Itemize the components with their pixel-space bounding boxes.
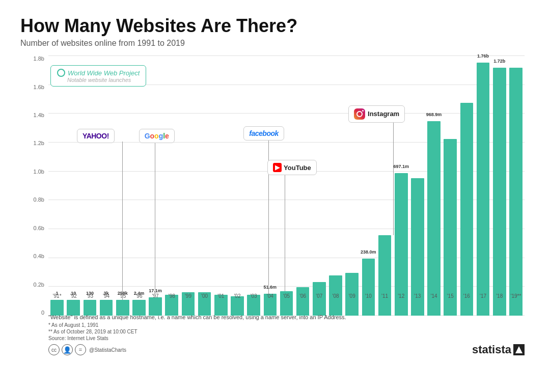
bar-group: 697.1m [394,56,409,316]
bar-value-label: 1.76b [477,53,489,59]
bar-group: 2.4m [131,56,147,316]
x-axis-label: '02 [230,293,245,299]
bar-group [328,56,343,316]
bar [460,103,474,316]
bar-group [246,56,261,316]
bars-container: 1101303k258k2.4m17.1m51.6m238.0m697.1m96… [48,56,525,316]
footer-definition: "Website" is defined as a unique hostnam… [48,314,525,320]
x-axis-label: '93 [82,293,97,299]
chart-title: How Many Websites Are There? [20,15,530,37]
footer-notes: * As of August 1, 1991 ** As of October … [48,322,138,341]
bar-group: 10 [66,56,81,316]
y-axis-label: 1.4b [34,113,44,118]
x-axis-label: '00 [197,293,212,299]
x-axis-label: '19** [508,293,524,299]
statista-brand: statista [472,343,525,356]
x-axis-label: '12 [394,293,409,299]
chart-subtitle: Number of websites online from 1991 to 2… [20,39,530,48]
y-axis-label: 1.2b [34,141,44,146]
equals-icon: = [75,344,86,355]
bar-group: 968.9m [426,56,442,316]
x-axis-label: '95 [115,293,130,299]
y-axis-label: 1.0b [34,169,44,175]
cc-icon: cc [48,344,60,355]
bar-group [377,56,392,316]
bar-group [459,56,474,316]
x-axis-label: '18 [492,293,507,299]
y-axis: 00.2b0.4b0.6b0.8b1.0b1.2b1.4b1.6b1.8b [20,56,48,316]
x-axis-label: '10 [361,293,376,299]
www-annotation-box: World Wide Web Project Notable website l… [50,65,146,87]
x-axis-label: '98 [164,293,179,299]
bar-group [344,56,360,316]
bar-value-label: 238.0m [361,249,376,255]
x-axis-label: '17 [475,293,490,299]
x-axis-label: '96 [131,293,147,299]
www-line2: Notable website launches [57,77,140,83]
y-axis-label: 0.6b [34,226,44,231]
bar-group [312,56,327,316]
bar-value-label: 697.1m [393,164,409,169]
y-axis-label: 0 [41,310,44,316]
y-axis-label: 1.8b [34,56,44,62]
x-axis-label: '97 [148,293,163,299]
y-axis-label: 1.6b [34,85,44,90]
bar-value-label: 51.6m [264,285,277,290]
www-line1: World Wide Web Project [57,69,140,77]
x-axis-label: '94 [99,293,114,299]
statista-icon [513,344,525,355]
person-icon: 👤 [62,344,73,355]
globe-icon [57,69,65,77]
bar-group: 17.1m [148,56,163,316]
x-axis-label: '15 [443,293,458,299]
svg-marker-0 [515,346,522,353]
bar-group [279,56,294,316]
chart-area: 00.2b0.4b0.6b0.8b1.0b1.2b1.4b1.6b1.8b 11… [20,56,530,341]
bar-group [508,56,524,316]
x-axis-label: '99 [180,293,196,299]
x-axis-label: '03 [246,293,261,299]
footer-handle: @StatistaCharts [89,347,126,353]
x-axis-label: '14 [426,293,442,299]
x-axis-label: '05 [279,293,294,299]
bar-group: 238.0m [361,56,376,316]
bar-group [213,56,229,316]
bar-group [443,56,458,316]
bar-group: 3k [99,56,114,316]
bar-group [230,56,245,316]
x-axis-label: '08 [328,293,343,299]
y-axis-label: 0.8b [34,197,44,203]
x-axis: '91*'92'93'94'95'96'97'98'99'00'01'02'03… [48,290,525,316]
bar-group [164,56,179,316]
bar-group: 130 [82,56,97,316]
footer-row: cc 👤 = @StatistaCharts statista [20,343,530,356]
x-axis-label: '11 [377,293,392,299]
bar-group [197,56,212,316]
bar [444,139,457,316]
chart-inner: 1101303k258k2.4m17.1m51.6m238.0m697.1m96… [48,56,525,316]
x-axis-label: '13 [410,293,425,299]
footer: "Website" is defined as a unique hostnam… [48,314,525,341]
x-axis-label: '92 [66,293,81,299]
bar-group: 51.6m [262,56,278,316]
bar-value-label: 968.9m [426,112,442,117]
bar: 968.9m [427,121,441,316]
bar-group: 1 [49,56,65,316]
x-axis-label: '91* [49,293,65,299]
bar: 1.72b [493,68,506,316]
bar: 1.76b [477,63,490,316]
bar-group: 1.72b [492,56,507,316]
bar-value-label: 1.72b [493,59,505,64]
bar-group: 1.76b [475,56,490,316]
bar-group [295,56,311,316]
x-axis-label: '09 [344,293,360,299]
bar-group [410,56,425,316]
x-axis-label: '04 [262,293,278,299]
y-axis-label: 0.2b [34,282,44,288]
x-axis-label: '07 [312,293,327,299]
x-axis-label: '06 [295,293,311,299]
bar-group: 258k [115,56,130,316]
x-axis-label: '01 [213,293,229,299]
bar [509,68,522,316]
y-axis-label: 0.4b [34,254,44,259]
